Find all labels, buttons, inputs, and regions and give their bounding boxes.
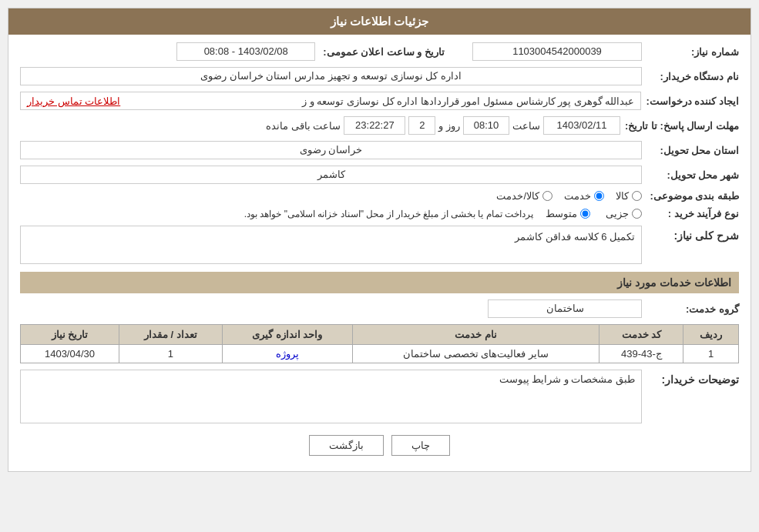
cell-qty: 1 [119, 345, 223, 363]
need-desc-section-label: شرح کلی نیاز: [646, 229, 739, 242]
city-label: شهر محل تحویل: [646, 169, 739, 181]
buyer-desc-section-label: توضیحات خریدار: [646, 373, 739, 386]
purchase-type-note: پرداخت تمام یا بخشی از مبلغ خریدار از مح… [244, 209, 533, 219]
cell-date: 1403/04/30 [21, 345, 119, 363]
city-value: کاشمر [20, 166, 642, 184]
col-name: نام خدمت [352, 325, 599, 345]
response-days: 2 [408, 116, 435, 135]
response-date: 1403/02/11 [543, 116, 620, 135]
subject-option-kala-khedmat[interactable]: کالا/خدمت [496, 190, 552, 202]
page-title: جزئیات اطلاعات نیاز [8, 8, 751, 35]
response-deadline-label: مهلت ارسال پاسخ: تا تاریخ: [623, 120, 739, 132]
purchase-type-jozee[interactable]: جزیی [606, 208, 642, 219]
creator-contact-link[interactable]: اطلاعات تماس خریدار [27, 95, 120, 107]
services-section-header: اطلاعات خدمات مورد نیاز [20, 272, 739, 293]
table-row: 1 ج-43-439 سایر فعالیت‌های تخصصی ساختمان… [21, 345, 739, 363]
print-button[interactable]: چاپ [391, 435, 450, 456]
purchase-type-label: نوع فرآیند خرید : [646, 208, 739, 219]
province-label: استان محل تحویل: [646, 145, 739, 156]
col-unit: واحد اندازه گیری [222, 325, 352, 345]
col-code: کد خدمت [599, 325, 683, 345]
announce-time-value: 1403/02/08 - 08:08 [176, 42, 315, 61]
need-desc-value: تکمیل 6 کلاسه فداقن کاشمر [20, 226, 642, 264]
response-remaining-label: ساعت باقی مانده [266, 120, 341, 132]
response-time: 08:10 [463, 116, 509, 135]
col-qty: تعداد / مقدار [119, 325, 223, 345]
cell-code: ج-43-439 [599, 345, 683, 363]
response-remaining: 23:22:27 [344, 116, 405, 135]
cell-unit: پروژه [222, 345, 352, 363]
services-table: ردیف کد خدمت نام خدمت واحد اندازه گیری ت… [20, 324, 739, 363]
need-number-value: 1103004542000039 [472, 42, 642, 61]
creator-label: ایجاد کننده درخواست: [646, 95, 739, 107]
group-service-value: ساختمان [488, 299, 642, 318]
buyer-desc-value: طبق مشخصات و شرایط پیوست [20, 370, 642, 423]
response-days-label: روز و [438, 120, 460, 132]
buyer-label: نام دستگاه خریدار: [646, 71, 739, 82]
response-time-label: ساعت [512, 120, 540, 132]
province-value: خراسان رضوی [20, 141, 642, 159]
subject-option-kala[interactable]: کالا [616, 190, 642, 202]
need-number-label: شماره نیاز: [646, 46, 739, 58]
col-row: ردیف [683, 325, 739, 345]
subject-option-khedmat[interactable]: خدمت [564, 190, 604, 202]
cell-row: 1 [683, 345, 739, 363]
announce-time-label: تاریخ و ساعت اعلان عمومی: [323, 46, 445, 58]
creator-value: عبدالله گوهری پور کارشناس مسئول امور قرا… [302, 95, 634, 107]
col-date: تاریخ نیاز [21, 325, 119, 345]
purchase-type-motevaset[interactable]: متوسط [546, 208, 590, 219]
subject-label: طبقه بندی موضوعی: [646, 190, 739, 202]
buyer-value: اداره کل نوسازی توسعه و تجهیز مدارس استا… [20, 67, 642, 85]
group-service-label: گروه خدمت: [646, 303, 739, 315]
cell-name: سایر فعالیت‌های تخصصی ساختمان [352, 345, 599, 363]
back-button[interactable]: بازگشت [309, 435, 384, 456]
